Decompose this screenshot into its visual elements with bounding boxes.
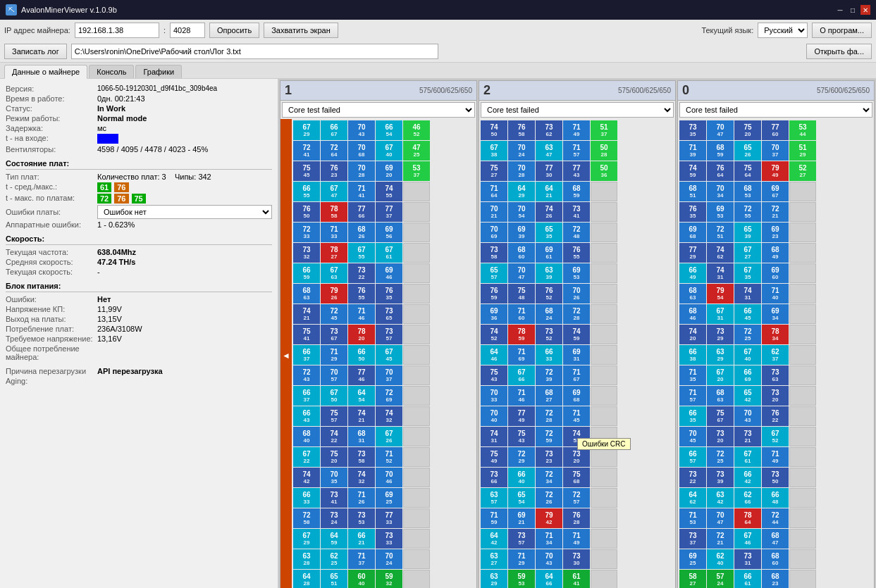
window-controls[interactable]: ─ □ ✕ [835,5,870,15]
temp-max-2: 76 [114,194,128,204]
status-dropdown-0[interactable]: Core test failed [679,102,872,118]
chip-cell: 6643 [293,406,320,426]
chip-cell: 7760 [762,120,789,140]
chip-cell: 7047 [508,263,535,283]
chip-cell: 7459 [563,325,590,344]
chip-row: 7650785877667737 [293,202,475,222]
log-button[interactable]: Записать лог [4,44,67,59]
chip-cell: 6755 [348,243,375,263]
chip-cell: 6925 [679,549,706,569]
chip-cell: 5932 [376,570,402,588]
chip-row: 7233713368266956 [293,223,475,242]
chip-cell: 7341 [321,488,347,508]
chip-cell: 7350 [762,468,789,487]
uptime-value: 0дн. 00:21:43 [97,94,145,103]
ip-input[interactable] [75,23,159,38]
chip-cell: 6731 [707,304,734,324]
title-bar: ⛏ AvalonMinerViewer v.1.0.9b ─ □ ✕ [0,0,876,20]
chip-cell: 7229 [508,447,535,467]
chip-cell: 6740 [376,141,402,161]
status-dropdown-2[interactable]: Core test failed [481,102,674,118]
chip-cell: 7225 [707,447,734,467]
tab-miner-data[interactable]: Данные о майнере [4,65,87,79]
chip-cell: 5953 [508,570,535,588]
chip-row: 7659754876527026 [481,284,674,304]
chip-cell: 6554 [508,488,535,508]
chip-cell: 6968 [679,223,706,242]
chip-cell [591,223,617,242]
chip-cell [403,488,430,508]
psu-section-title: Блок питания: [6,282,272,292]
chip-cell: 7269 [376,386,402,406]
chip-cell: 7442 [293,468,320,487]
close-button[interactable]: ✕ [860,5,870,15]
chip-cell: 6761 [734,447,761,467]
chip-cell: 7655 [348,284,375,304]
chip-cell [403,406,430,426]
chip-cell: 7543 [481,365,507,385]
status-dropdown-1[interactable]: Core test failed [282,102,475,118]
chip-cell [789,488,816,508]
hw-errors-label: Аппаратные ошибки: [6,220,97,229]
tab-graphs[interactable]: Графики [135,65,182,78]
chip-cell [789,365,816,385]
errors-select[interactable]: Ошибок нет [97,205,272,219]
miner-panel-1: 1 575/600/625/650Core test failed◄672966… [280,80,477,588]
log-path-input[interactable] [71,44,438,59]
chip-cell: 6459 [321,529,347,549]
chip-cell [789,570,816,588]
chip-cell: 6240 [707,549,734,569]
chip-cell: 7628 [563,508,590,528]
poll-button[interactable]: Опросить [209,23,259,38]
chips-grid-1: 6729666770436654465272417264706867404725… [292,119,476,588]
chip-cell: 6761 [376,243,402,263]
chip-cell: 6329 [481,570,507,588]
delay-label: Задержка: [6,124,97,132]
maximize-button[interactable]: □ [848,5,858,15]
mode-label: Режим работы: [6,114,97,123]
chip-cell: 7047 [707,120,734,140]
window-title: AvalonMinerViewer v.1.0.9b [21,6,117,14]
chip-cell: 6237 [762,345,789,365]
chip-cell: 6327 [481,549,507,569]
chip-cell: 7133 [321,223,347,242]
chip-cell: 6936 [481,304,507,324]
port-input[interactable] [170,23,205,38]
chip-cell: 6720 [707,365,734,385]
chip-cell: 7146 [348,304,375,324]
chip-cell: 7241 [293,141,320,161]
tab-console[interactable]: Консоль [89,65,134,78]
chip-cell: 6727 [734,243,761,263]
port-separator: : [164,26,166,35]
chip-cell: 6637 [293,345,320,365]
chip-cell: 6328 [293,549,320,569]
chip-row: 71396859652670375129 [679,141,872,161]
chip-cell: 6860 [762,549,789,569]
miner-panel-0: 0 575/600/625/650Core test failed7335704… [677,80,875,588]
chip-cell [789,468,816,487]
chip-cell: 6339 [536,263,562,283]
chip-row: 7159692179427628 [481,508,674,528]
chip-cell: 6740 [734,345,761,365]
lang-select[interactable]: Русский [758,23,808,38]
capture-button[interactable]: Захватить экран [264,23,338,38]
chip-cell: 6466 [536,570,562,588]
chip-cell: 7567 [707,406,734,426]
chip-row: 67387024634771575028 [481,141,674,161]
open-file-button[interactable]: Открыть фа... [806,44,872,59]
chip-cell: 7926 [321,284,347,304]
chip-cell: 7827 [321,243,347,263]
minimize-button[interactable]: ─ [835,5,845,15]
chip-cell: 7549 [481,447,507,467]
chip-cell: 7341 [563,202,590,222]
about-button[interactable]: О програм... [812,23,872,38]
psu-out-value: 13,15V [97,315,122,323]
chip-cell: 7462 [707,243,734,263]
chip-cell [789,345,816,365]
chip-cell: 7420 [679,325,706,344]
chip-cell [789,182,816,201]
chip-cell: 7259 [536,427,562,446]
chip-cell: 6953 [707,202,734,222]
scroll-arrow-button[interactable]: ◄ [280,119,292,588]
chip-cell: 6637 [293,386,320,406]
